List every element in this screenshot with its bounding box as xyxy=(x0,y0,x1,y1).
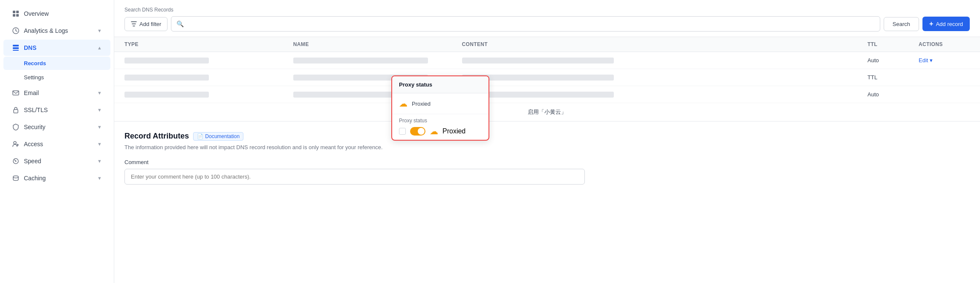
svg-point-12 xyxy=(15,161,17,162)
doc-icon: 📄 xyxy=(197,133,203,139)
cache-icon xyxy=(12,174,20,182)
lock-icon xyxy=(12,106,20,114)
proxy-status-label: Proxy status xyxy=(399,118,482,124)
sidebar-label-analytics: Analytics & Logs xyxy=(24,27,68,34)
sidebar-subitem-settings[interactable]: Settings xyxy=(3,71,110,84)
record-attrs-heading: Record Attributes xyxy=(124,132,189,141)
col-type: Type xyxy=(124,41,293,47)
doc-link-label: Documentation xyxy=(205,133,240,139)
search-input-wrapper: 🔍 xyxy=(171,16,880,32)
svg-rect-7 xyxy=(13,50,19,51)
sidebar-label-speed: Speed xyxy=(24,158,41,165)
sidebar-label-access: Access xyxy=(24,141,43,147)
svg-rect-3 xyxy=(16,14,19,17)
analytics-icon xyxy=(12,27,20,35)
sidebar-item-overview[interactable]: Overview xyxy=(3,6,110,22)
search-input[interactable] xyxy=(186,21,875,27)
add-record-button[interactable]: + Add record xyxy=(922,17,970,31)
chevron-down-icon: ▼ xyxy=(97,142,102,147)
proxy-toggle-row: ☁ Proxied xyxy=(399,126,482,136)
comment-label: Comment xyxy=(124,159,970,165)
col-proxy xyxy=(630,41,799,47)
chevron-down-icon: ▼ xyxy=(97,176,102,181)
proxied-cloud-icon: ☁ xyxy=(399,98,408,109)
chevron-up-icon: ▲ xyxy=(97,45,102,50)
sidebar-sublabel-records: Records xyxy=(24,60,46,66)
svg-rect-2 xyxy=(13,14,15,17)
col-ttl: TTL xyxy=(867,41,919,47)
search-icon: 🔍 xyxy=(176,20,184,27)
add-filter-button[interactable]: Add filter xyxy=(124,17,168,31)
add-filter-label: Add filter xyxy=(139,21,161,27)
sidebar-item-caching[interactable]: Caching ▼ xyxy=(3,170,110,186)
ttl-auto: Auto xyxy=(867,57,919,64)
svg-rect-6 xyxy=(13,47,19,49)
table-row: Auto Edit ▾ xyxy=(114,52,980,69)
sidebar-item-analytics-logs[interactable]: Analytics & Logs ▼ xyxy=(3,23,110,39)
comment-input[interactable] xyxy=(124,169,585,185)
toggle-proxied-label: Proxied xyxy=(442,127,465,135)
sidebar-item-dns[interactable]: DNS ▲ xyxy=(3,40,110,56)
blurred-name xyxy=(293,58,428,64)
filter-icon xyxy=(131,21,137,27)
email-icon xyxy=(12,89,20,97)
sidebar-label-ssl: SSL/TLS xyxy=(24,107,48,113)
main-content: Search DNS Records Add filter 🔍 Search +… xyxy=(114,0,980,283)
sidebar-sublabel-settings: Settings xyxy=(24,74,44,81)
proxy-dropdown-title: Proxy status xyxy=(392,76,489,93)
search-dns-label: Search DNS Records xyxy=(124,7,970,13)
proxy-checkbox[interactable] xyxy=(399,128,406,135)
overview-icon xyxy=(12,10,20,17)
sidebar-item-access[interactable]: Access ▼ xyxy=(3,136,110,152)
sidebar-item-security[interactable]: Security ▼ xyxy=(3,119,110,135)
record-attrs-title-row: Record Attributes 📄 Documentation xyxy=(124,132,970,141)
search-button[interactable]: Search xyxy=(884,17,919,31)
search-row: Add filter 🔍 Search + Add record xyxy=(124,16,970,32)
dns-search-section: Search DNS Records Add filter 🔍 Search +… xyxy=(114,0,980,37)
dns-icon xyxy=(12,44,20,52)
actions-edit[interactable]: Edit ▾ xyxy=(919,57,970,64)
svg-rect-9 xyxy=(14,110,18,113)
sidebar-label-caching: Caching xyxy=(24,175,46,182)
sidebar-subitem-records[interactable]: Records xyxy=(3,57,110,70)
record-attrs-description: The information provided here will not i… xyxy=(124,144,970,150)
proxied-label: Proxied xyxy=(412,101,431,107)
table-row: Auto xyxy=(114,86,980,103)
access-icon xyxy=(12,140,20,148)
add-record-label: Add record xyxy=(936,21,963,27)
col-proxy-status xyxy=(799,41,867,47)
edit-link[interactable]: Edit ▾ xyxy=(919,57,933,64)
svg-point-13 xyxy=(13,176,18,178)
svg-rect-8 xyxy=(13,91,19,95)
proxy-status-dropdown: Proxy status ☁ Proxied Proxy status ☁ Pr… xyxy=(391,75,489,141)
ttl-auto-2: Auto xyxy=(867,91,919,98)
blurred-type xyxy=(124,92,209,98)
blurred-type xyxy=(124,58,209,64)
chinese-note: 启用「小黄云」 xyxy=(114,103,980,121)
blurred-content xyxy=(462,58,614,64)
chevron-down-icon: ▼ xyxy=(97,159,102,164)
search-button-label: Search xyxy=(893,21,910,27)
sidebar-label-overview: Overview xyxy=(24,10,49,17)
blurred-type xyxy=(124,75,209,81)
table-row: TTL xyxy=(114,69,980,86)
sidebar-item-email[interactable]: Email ▼ xyxy=(3,85,110,101)
proxied-cloud-icon-2: ☁ xyxy=(430,126,438,136)
sidebar-item-speed[interactable]: Speed ▼ xyxy=(3,153,110,169)
sidebar-label-security: Security xyxy=(24,124,46,130)
documentation-link[interactable]: 📄 Documentation xyxy=(193,132,243,141)
sidebar-label-email: Email xyxy=(24,90,39,96)
speed-icon xyxy=(12,157,20,165)
chevron-down-icon: ▼ xyxy=(97,107,102,113)
col-content: Content xyxy=(462,41,631,47)
proxy-status-sub-section: Proxy status ☁ Proxied xyxy=(392,114,489,140)
ttl-label: TTL xyxy=(867,74,919,81)
svg-point-10 xyxy=(14,142,16,144)
svg-rect-1 xyxy=(16,11,19,13)
sidebar-item-ssl-tls[interactable]: SSL/TLS ▼ xyxy=(3,102,110,118)
record-attributes-section: Record Attributes 📄 Documentation The in… xyxy=(114,121,980,195)
chevron-down-icon: ▼ xyxy=(97,28,102,33)
proxy-toggle[interactable] xyxy=(410,127,425,136)
proxy-option-proxied[interactable]: ☁ Proxied xyxy=(392,93,489,114)
shield-icon xyxy=(12,123,20,131)
